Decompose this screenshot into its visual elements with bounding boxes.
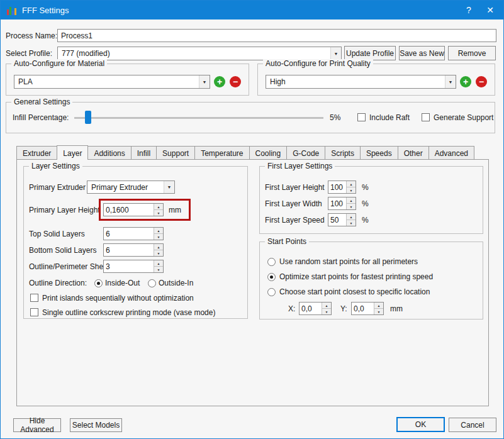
start-points-closest-radio[interactable] <box>267 288 276 296</box>
first-layer-width-spinner[interactable]: 100 ▲ ▼ <box>328 197 356 210</box>
slider-thumb[interactable] <box>85 111 91 124</box>
include-raft-label[interactable]: Include Raft <box>369 113 410 122</box>
spin-buttons[interactable]: ▲ ▼ <box>154 260 163 272</box>
tab-advanced[interactable]: Advanced <box>428 146 474 159</box>
cancel-button[interactable]: Cancel <box>449 418 496 432</box>
layer-tab-panel: Layer Settings Primary Extruder Primary … <box>16 159 489 406</box>
tab-speeds[interactable]: Speeds <box>360 146 398 159</box>
settings-tabbar: Extruder Layer Additions Infill Support … <box>16 145 474 159</box>
outline-direction-label: Outline Direction: <box>29 279 87 287</box>
start-points-closest-label[interactable]: Choose start point closest to specific l… <box>279 287 430 296</box>
help-icon[interactable]: ? <box>458 1 479 19</box>
vase-mode-checkbox[interactable] <box>30 308 38 316</box>
ok-button[interactable]: OK <box>396 417 445 432</box>
bottom-solid-layers-spinner[interactable]: 6 ▲ ▼ <box>103 243 164 257</box>
primary-extruder-combobox[interactable]: Primary Extruder ▼ <box>87 181 175 194</box>
start-points-random-radio[interactable] <box>267 258 276 266</box>
start-x-spinner[interactable]: 0,0 ▲ ▼ <box>299 302 332 315</box>
tab-other[interactable]: Other <box>398 146 429 159</box>
print-islands-checkbox[interactable] <box>30 294 38 302</box>
infill-percentage-slider[interactable] <box>74 111 323 125</box>
infill-percentage-label: Infill Percentage: <box>13 113 69 122</box>
spin-up-icon[interactable]: ▲ <box>154 228 163 234</box>
spin-down-icon[interactable]: ▼ <box>347 220 356 226</box>
material-group-title: Auto-Configure for Material <box>11 59 107 68</box>
layer-settings-title: Layer Settings <box>29 162 82 170</box>
generate-support-label[interactable]: Generate Support <box>434 113 493 122</box>
spin-up-icon[interactable]: ▲ <box>322 303 331 309</box>
spin-down-icon[interactable]: ▼ <box>154 250 163 256</box>
select-models-button[interactable]: Select Models <box>70 418 122 432</box>
start-y-spinner[interactable]: 0,0 ▲ ▼ <box>351 302 384 315</box>
first-layer-width-unit: % <box>362 199 369 208</box>
outline-direction-outside-in-radio[interactable] <box>148 279 156 287</box>
spin-up-icon[interactable]: ▲ <box>347 214 356 220</box>
spin-down-icon[interactable]: ▼ <box>347 187 356 193</box>
first-layer-height-label: First Layer Height <box>265 183 325 192</box>
spin-down-icon[interactable]: ▼ <box>374 309 383 314</box>
add-material-button[interactable]: + <box>214 76 225 87</box>
update-profile-button[interactable]: Update Profile <box>344 46 396 60</box>
spin-buttons[interactable]: ▲ ▼ <box>322 303 331 314</box>
print-islands-label[interactable]: Print islands sequentially without optim… <box>42 294 194 303</box>
tab-cooling[interactable]: Cooling <box>249 146 288 159</box>
process-name-input[interactable] <box>57 29 496 42</box>
first-layer-height-spinner[interactable]: 100 ▲ ▼ <box>328 181 356 194</box>
tab-scripts[interactable]: Scripts <box>325 146 361 159</box>
hide-advanced-button[interactable]: Hide Advanced <box>13 418 61 432</box>
general-settings-title: General Settings <box>11 97 72 106</box>
tab-temperature[interactable]: Temperature <box>194 146 249 159</box>
tab-additions[interactable]: Additions <box>87 146 131 159</box>
start-points-random-label[interactable]: Use random start points for all perimete… <box>279 257 418 266</box>
tab-support[interactable]: Support <box>156 146 195 159</box>
spin-buttons[interactable]: ▲ ▼ <box>154 244 163 256</box>
outline-direction-inside-out-label[interactable]: Inside-Out <box>105 279 140 287</box>
remove-material-button[interactable]: − <box>230 76 241 87</box>
outline-direction-inside-out-radio[interactable] <box>94 279 103 287</box>
material-combobox[interactable]: PLA ▼ <box>14 75 210 89</box>
slider-track[interactable] <box>74 117 323 119</box>
start-points-optimize-label[interactable]: Optimize start points for fastest printi… <box>279 272 433 281</box>
tab-extruder[interactable]: Extruder <box>16 146 57 159</box>
spin-buttons[interactable]: ▲ ▼ <box>154 228 163 240</box>
tab-gcode[interactable]: G-Code <box>286 146 325 159</box>
spin-down-icon[interactable]: ▼ <box>347 204 356 209</box>
general-settings-group: General Settings Infill Percentage: 5% I… <box>6 102 495 133</box>
top-solid-layers-spinner[interactable]: 6 ▲ ▼ <box>103 227 164 240</box>
include-raft-checkbox[interactable] <box>357 113 366 121</box>
material-value: PLA <box>18 77 199 86</box>
outline-shells-spinner[interactable]: 3 ▲ ▼ <box>103 260 164 273</box>
spin-buttons[interactable]: ▲ ▼ <box>374 303 383 314</box>
spin-up-icon[interactable]: ▲ <box>374 303 383 309</box>
spin-up-icon[interactable]: ▲ <box>154 244 163 250</box>
spin-up-icon[interactable]: ▲ <box>347 181 356 187</box>
save-as-new-button[interactable]: Save as New <box>399 46 445 60</box>
spin-buttons[interactable]: ▲ ▼ <box>346 214 356 226</box>
spin-buttons[interactable]: ▲ ▼ <box>346 181 356 193</box>
close-icon[interactable]: ✕ <box>479 1 501 19</box>
start-points-optimize-radio[interactable] <box>267 273 276 281</box>
tab-layer[interactable]: Layer <box>57 145 88 160</box>
tab-infill[interactable]: Infill <box>131 146 157 159</box>
first-layer-speed-spinner[interactable]: 50 ▲ ▼ <box>328 213 356 226</box>
titlebar[interactable]: FFF Settings ? ✕ <box>1 1 503 19</box>
spin-up-icon[interactable]: ▲ <box>347 197 356 204</box>
add-quality-button[interactable]: + <box>460 76 471 87</box>
first-layer-width-value: 100 <box>328 197 346 209</box>
outline-direction-outside-in-label[interactable]: Outside-In <box>159 279 193 287</box>
quality-combobox[interactable]: High ▼ <box>266 75 456 89</box>
vase-mode-label[interactable]: Single outline corkscrew printing mode (… <box>42 308 215 317</box>
spin-up-icon[interactable]: ▲ <box>154 260 163 267</box>
dropdown-arrow-icon: ▼ <box>445 75 456 88</box>
spin-down-icon[interactable]: ▼ <box>154 267 163 272</box>
remove-quality-button[interactable]: − <box>476 76 487 87</box>
remove-profile-button[interactable]: Remove <box>448 46 496 60</box>
profile-combobox[interactable]: 777 (modified) ▼ <box>57 47 342 60</box>
start-x-label: X: <box>288 304 295 313</box>
spin-down-icon[interactable]: ▼ <box>322 309 331 314</box>
start-x-value: 0,0 <box>300 303 322 314</box>
spin-down-icon[interactable]: ▼ <box>154 234 163 240</box>
generate-support-checkbox[interactable] <box>422 113 430 121</box>
spin-buttons[interactable]: ▲ ▼ <box>346 197 356 209</box>
infill-percentage-value: 5% <box>330 113 340 122</box>
